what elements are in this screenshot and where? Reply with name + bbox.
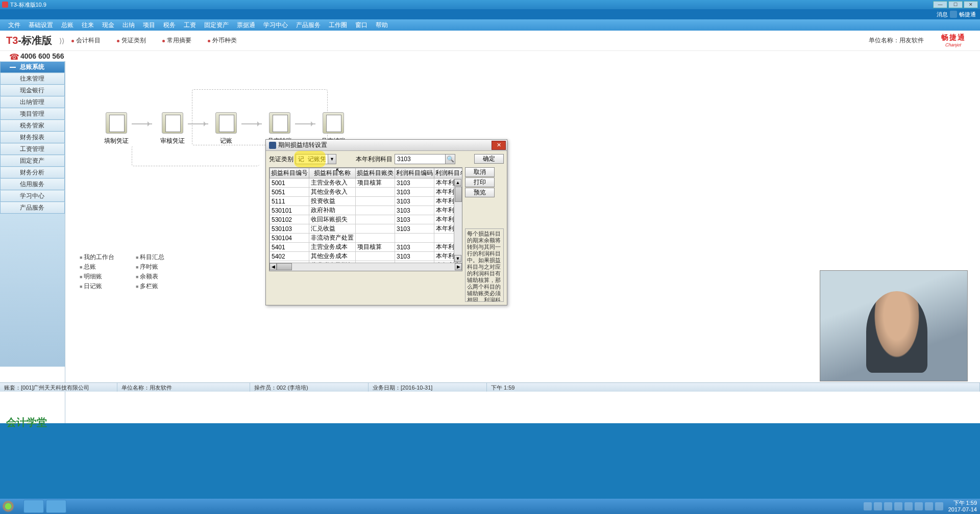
scroll-thumb-h[interactable]	[277, 263, 292, 270]
taskbar-app-2[interactable]	[46, 500, 66, 513]
table-row[interactable]: 530103汇兑收益3103本年利润	[270, 224, 463, 234]
link-序时账[interactable]: 序时账	[136, 263, 192, 271]
table-header[interactable]: 利润科目名称	[434, 168, 463, 178]
workflow-step-审核凭证[interactable]: 审核凭证	[152, 112, 193, 145]
subnav-常用摘要[interactable]: 常用摘要	[162, 36, 191, 45]
taskbar-app-1[interactable]	[23, 500, 44, 513]
table-header[interactable]: 损益科目编号	[270, 168, 309, 178]
scroll-thumb[interactable]	[455, 187, 462, 202]
sidebar-item-往来管理[interactable]: 往来管理	[0, 73, 65, 85]
close-button[interactable]: ✕	[964, 1, 978, 8]
sidebar-item-信用服务[interactable]: 信用服务	[0, 178, 65, 190]
workflow-step-填制凭证[interactable]: 填制凭证	[96, 112, 137, 145]
table-row[interactable]: 5111投资收益3103本年利润	[270, 197, 463, 206]
table-row[interactable]: 530102收回坏账损失3103本年利润	[270, 215, 463, 224]
table-row[interactable]: 5001主营业务收入项目核算3103本年利润	[270, 178, 463, 188]
link-我的工作台[interactable]: 我的工作台	[80, 253, 136, 262]
table-row[interactable]: 5051其他业务收入3103本年利润	[270, 188, 463, 197]
menu-基础设置[interactable]: 基础设置	[24, 21, 57, 30]
table-header[interactable]: 利润科目编码	[395, 168, 434, 178]
sidebar-item-现金银行[interactable]: 现金银行	[0, 85, 65, 96]
dialog-确定-button[interactable]: 确定	[474, 154, 504, 164]
sidebar-item-财务分析[interactable]: 财务分析	[0, 167, 65, 178]
menu-工资[interactable]: 工资	[180, 21, 200, 30]
maximize-button[interactable]: ☐	[948, 1, 963, 8]
menu-总账[interactable]: 总账	[57, 21, 78, 30]
sidebar-item-学习中心[interactable]: 学习中心	[0, 190, 65, 202]
notification-icon[interactable]	[950, 11, 957, 18]
tray-icon[interactable]	[864, 502, 872, 510]
quick-links: 我的工作台总账明细账日记账 科目汇总序时账余额表多栏账	[80, 253, 192, 292]
menu-帮助[interactable]: 帮助	[372, 21, 392, 30]
subnav-凭证类别[interactable]: 凭证类别	[117, 36, 146, 45]
tray-icon[interactable]	[915, 502, 923, 510]
account-search-button[interactable]: 🔍	[445, 154, 455, 164]
menu-往来[interactable]: 往来	[78, 21, 98, 30]
tray-icon[interactable]	[935, 502, 943, 510]
workflow-step-记账[interactable]: 记账	[206, 112, 247, 145]
tray-icon[interactable]	[894, 502, 902, 510]
table-header[interactable]: 损益科目账类	[356, 168, 395, 178]
webcam-overlay	[820, 270, 968, 381]
vertical-scrollbar[interactable]: ▲ ▼	[454, 179, 462, 262]
voucher-type-input[interactable]	[296, 155, 328, 164]
dialog-取消-button[interactable]: 取消	[465, 167, 495, 177]
taskbar-clock[interactable]: 下午 1:59 2017-07-14	[948, 500, 977, 513]
sidebar-item-税务管家[interactable]: 税务管家	[0, 120, 65, 132]
menu-学习中心[interactable]: 学习中心	[259, 21, 292, 30]
message-link[interactable]: 消息	[937, 11, 948, 18]
scroll-up-icon[interactable]: ▲	[454, 179, 461, 186]
tray-icon[interactable]	[904, 502, 913, 510]
table-cell	[356, 234, 395, 243]
profit-account-input[interactable]	[395, 154, 446, 164]
scroll-left-icon[interactable]: ◀	[270, 263, 277, 270]
link-明细账[interactable]: 明细账	[80, 272, 136, 281]
dialog-打印-button[interactable]: 打印	[465, 177, 495, 187]
scroll-down-icon[interactable]: ▼	[454, 255, 461, 262]
menu-窗口[interactable]: 窗口	[351, 21, 372, 30]
sidebar-item-出纳管理[interactable]: 出纳管理	[0, 96, 65, 108]
sidebar-item-总账系统[interactable]: 总账系统	[0, 61, 65, 73]
tray-icon[interactable]	[925, 502, 933, 510]
dialog-预览-button[interactable]: 预览	[465, 188, 495, 197]
table-row[interactable]: 5402其他业务成本3103本年利润	[270, 252, 463, 261]
subnav-会计科目[interactable]: 会计科目	[71, 36, 101, 45]
link-总账[interactable]: 总账	[80, 263, 136, 271]
combo-arrow-icon[interactable]: ▼	[328, 155, 336, 164]
dialog-close-button[interactable]: ✕	[492, 141, 506, 150]
sidebar-item-项目管理[interactable]: 项目管理	[0, 108, 65, 120]
tray-icon[interactable]	[884, 502, 892, 510]
menu-税务[interactable]: 税务	[159, 21, 180, 30]
menu-固定资产[interactable]: 固定资产	[200, 21, 233, 30]
sidebar-item-固定资产[interactable]: 固定资产	[0, 155, 65, 167]
table-header[interactable]: 损益科目名称	[309, 168, 356, 178]
table-row[interactable]: 5401主营业务成本项目核算3103本年利润	[270, 243, 463, 252]
sidebar-item-财务报表[interactable]: 财务报表	[0, 132, 65, 143]
voucher-type-combo[interactable]: ▼ ↖	[296, 154, 336, 164]
menu-出纳[interactable]: 出纳	[118, 21, 139, 30]
link-余额表[interactable]: 余额表	[136, 272, 192, 281]
menu-产品服务[interactable]: 产品服务	[292, 21, 325, 30]
tray-icon[interactable]	[874, 502, 882, 510]
table-row[interactable]: 530101政府补助3103本年利润	[270, 206, 463, 215]
sidebar-item-工资管理[interactable]: 工资管理	[0, 143, 65, 155]
minimize-button[interactable]: —	[933, 1, 947, 8]
sidebar-item-产品服务[interactable]: 产品服务	[0, 202, 65, 214]
brand-link[interactable]: 畅捷通	[959, 11, 976, 18]
subnav-外币种类[interactable]: 外币种类	[208, 36, 237, 45]
menu-工作圈[interactable]: 工作圈	[325, 21, 351, 30]
table-cell	[356, 252, 395, 261]
menu-项目[interactable]: 项目	[139, 21, 159, 30]
scroll-right-icon[interactable]: ▶	[455, 263, 462, 270]
link-日记账[interactable]: 日记账	[80, 282, 136, 291]
table-row[interactable]: 530104非流动资产处置	[270, 234, 463, 243]
dialog-titlebar[interactable]: 期间损益结转设置 ✕	[266, 140, 507, 151]
menu-文件[interactable]: 文件	[4, 21, 24, 30]
nav-chevron-icon[interactable]: ⟩⟩	[59, 37, 64, 45]
start-button[interactable]	[1, 499, 21, 513]
menu-票据通[interactable]: 票据通	[233, 21, 259, 30]
menu-现金[interactable]: 现金	[98, 21, 118, 30]
link-科目汇总[interactable]: 科目汇总	[136, 253, 192, 262]
horizontal-scrollbar[interactable]: ◀ ▶	[270, 263, 462, 271]
link-多栏账[interactable]: 多栏账	[136, 282, 192, 291]
